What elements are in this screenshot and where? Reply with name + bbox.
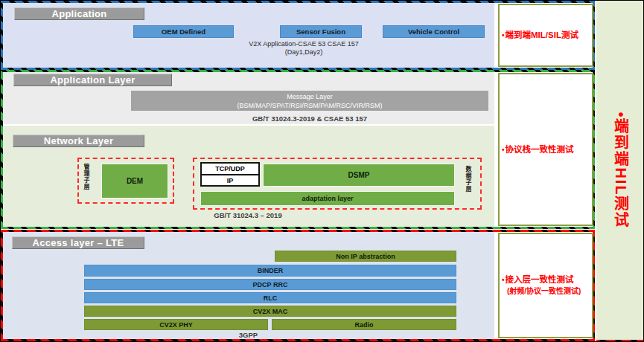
network-layer-caption: GB/T 31024.3 – 2019: [188, 211, 307, 219]
binder-bar: BINDER: [84, 265, 456, 277]
access-test-annotation: •接入层一致性测试 (射频/协议一致性测试): [498, 233, 593, 338]
non-ip-abstraction-bar: Non IP abstraction: [275, 251, 456, 262]
adaptation-layer-box: adaptation layer: [200, 191, 455, 206]
bullet-icon: •: [502, 276, 505, 284]
v2x-protocol-stack-diagram: •端到端HIL测试 Application OEM Defined Sensor…: [0, 0, 644, 342]
message-layer-box: Message Layer (BSM/MAP/SPAT/RSI/RSM/PAM/…: [131, 91, 488, 111]
data-sublayer-label: 数据子层: [464, 166, 471, 203]
oem-defined-box: OEM Defined: [133, 25, 234, 38]
application-layer-caption: GB/T 31024.3-2019 & CSAE 53 157: [217, 114, 403, 123]
access-layer-title: Access layer – LTE: [12, 236, 144, 249]
bullet-icon: •: [613, 112, 629, 118]
mil-sil-test-annotation: •端到端MIL/SIL测试: [498, 4, 593, 67]
management-sublayer-label: 管理子层: [82, 164, 89, 199]
protocol-stack-test-annotation: •协议栈一致性测试: [498, 73, 593, 226]
bullet-icon: •: [502, 31, 505, 39]
dem-box: DEM: [101, 164, 168, 199]
application-title: Application: [14, 7, 144, 20]
radio-bar: Radio: [272, 319, 456, 330]
ip-box: IP: [200, 174, 260, 187]
sensor-fusion-box: Sensor Fusion: [280, 25, 362, 38]
network-layer-title: Network Layer: [13, 135, 144, 147]
dsmp-box: DSMP: [263, 164, 455, 187]
bullet-icon: •: [502, 146, 505, 154]
application-layer-title: Application Layer: [13, 74, 172, 86]
cv2x-mac-bar: CV2X MAC: [84, 306, 456, 317]
vehicle-control-box: Vehicle Control: [383, 25, 485, 38]
pdcp-rrc-bar: PDCP RRC: [84, 279, 456, 290]
application-caption: V2X Application-CSAE 53 CSAE 157 (Day1,D…: [211, 40, 397, 57]
rlc-bar: RLC: [84, 292, 456, 303]
access-layer-caption: 3GPP: [213, 331, 284, 339]
hil-test-label: •端到端HIL测试: [613, 112, 629, 228]
cv2x-phy-bar: CV2X PHY: [84, 319, 268, 330]
hil-test-column: •端到端HIL测试: [596, 1, 644, 342]
